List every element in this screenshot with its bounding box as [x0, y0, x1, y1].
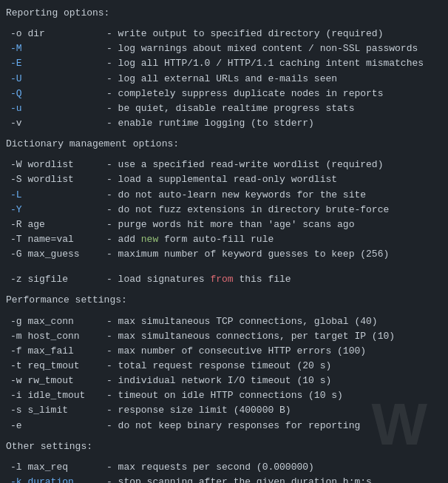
option-M: -M - log warnings about mixed content / … — [9, 41, 442, 56]
performance-header: Performance settings: — [6, 293, 442, 308]
flag-G: -G max_guess — [10, 247, 106, 262]
from-keyword: from — [210, 274, 233, 285]
flag-t: -t req_tmout — [10, 359, 106, 374]
reporting-section: Reporting options: -o dir - write output… — [6, 6, 442, 131]
desc-o: - write output to specified directory (r… — [106, 27, 442, 41]
flag-o: -o dir — [10, 27, 106, 41]
flag-Q: -Q — [10, 87, 106, 101]
flag-m: -m host_conn — [10, 329, 106, 344]
desc-R: - purge words hit more than 'age' scans … — [106, 217, 442, 232]
other-options: -l max_req - max requests per second (0.… — [6, 460, 442, 483]
option-w: -w rw_tmout - individual network I/O tim… — [9, 374, 442, 388]
performance-section: Performance settings: -g max_conn - max … — [6, 293, 442, 433]
flag-w: -w rw_tmout — [10, 374, 106, 388]
option-Y: -Y - do not fuzz extensions in directory… — [9, 203, 442, 217]
dictionary-section: Dictionary management options: -W wordli… — [6, 137, 442, 262]
reporting-options: -o dir - write output to specified direc… — [6, 27, 442, 131]
option-T: -T name=val - add new form auto-fill rul… — [9, 232, 442, 247]
desc-e: - do not keep binary responses for repor… — [106, 419, 442, 433]
desc-T: - add new form auto-fill rule — [106, 232, 442, 247]
desc-U: - log all external URLs and e-mails seen — [106, 72, 442, 87]
option-m: -m host_conn - max simultaneous connecti… — [9, 329, 442, 344]
desc-m: - max simultaneous connections, per targ… — [106, 329, 442, 344]
flag-v: -v — [10, 116, 106, 131]
desc-i: - timeout on idle HTTP connections (10 s… — [106, 388, 442, 403]
flag-z: -z sigfile — [10, 272, 106, 287]
desc-L: - do not auto-learn new keywords for the… — [106, 188, 442, 203]
option-u: -u - be quiet, disable realtime progress… — [9, 101, 442, 116]
option-i: -i idle_tmout - timeout on idle HTTP con… — [9, 388, 442, 403]
desc-v: - enable runtime logging (to stderr) — [106, 116, 442, 131]
desc-S: - load a supplemental read-only wordlist — [106, 172, 442, 187]
option-Q: -Q - completely suppress duplicate nodes… — [9, 87, 442, 101]
flag-Y: -Y — [10, 203, 106, 217]
option-S: -S wordlist - load a supplemental read-o… — [9, 172, 442, 187]
option-E: -E - log all HTTP/1.0 / HTTP/1.1 caching… — [9, 56, 442, 71]
desc-f: - max number of consecutive HTTP errors … — [106, 344, 442, 359]
desc-E: - log all HTTP/1.0 / HTTP/1.1 caching in… — [106, 56, 442, 71]
flag-k: -k duration — [10, 475, 106, 483]
option-e: -e - do not keep binary responses for re… — [9, 419, 442, 433]
option-G: -G max_guess - maximum number of keyword… — [9, 247, 442, 262]
terminal-container: Reporting options: -o dir - write output… — [6, 6, 442, 483]
flag-s: -s s_limit — [10, 403, 106, 418]
sigfile-options: -z sigfile - load signatures from this f… — [6, 272, 442, 287]
option-R: -R age - purge words hit more than 'age'… — [9, 217, 442, 232]
option-l: -l max_req - max requests per second (0.… — [9, 460, 442, 475]
flag-T: -T name=val — [10, 232, 106, 247]
desc-k: - stop scanning after the given duration… — [106, 475, 442, 483]
option-f: -f max_fail - max number of consecutive … — [9, 344, 442, 359]
desc-l: - max requests per second (0.000000) — [106, 460, 442, 475]
flag-L: -L — [10, 188, 106, 203]
desc-z: - load signatures from this file — [106, 272, 442, 287]
flag-l: -l max_req — [10, 460, 106, 475]
flag-S: -S wordlist — [10, 172, 106, 187]
other-header: Other settings: — [6, 439, 442, 454]
flag-U: -U — [10, 72, 106, 87]
performance-options: -g max_conn - max simultaneous TCP conne… — [6, 314, 442, 433]
desc-t: - total request response timeout (20 s) — [106, 359, 442, 374]
option-z: -z sigfile - load signatures from this f… — [9, 272, 442, 287]
desc-w: - individual network I/O timeout (10 s) — [106, 374, 442, 388]
option-s: -s s_limit - response size limit (400000… — [9, 403, 442, 418]
flag-f: -f max_fail — [10, 344, 106, 359]
desc-M: - log warnings about mixed content / non… — [106, 41, 442, 56]
option-g: -g max_conn - max simultaneous TCP conne… — [9, 314, 442, 329]
flag-i: -i idle_tmout — [10, 388, 106, 403]
flag-g: -g max_conn — [10, 314, 106, 329]
option-t: -t req_tmout - total request response ti… — [9, 359, 442, 374]
reporting-header: Reporting options: — [6, 6, 442, 21]
option-o: -o dir - write output to specified direc… — [9, 27, 442, 41]
desc-u: - be quiet, disable realtime progress st… — [106, 101, 442, 116]
flag-e: -e — [10, 419, 106, 433]
new-keyword: new — [141, 234, 158, 245]
desc-Q: - completely suppress duplicate nodes in… — [106, 87, 442, 101]
dictionary-options: -W wordlist - use a specified read-write… — [6, 158, 442, 262]
flag-M: -M — [10, 41, 106, 56]
desc-G: - maximum number of keyword guesses to k… — [106, 247, 442, 262]
option-L: -L - do not auto-learn new keywords for … — [9, 188, 442, 203]
desc-W: - use a specified read-write wordlist (r… — [106, 158, 442, 172]
option-U: -U - log all external URLs and e-mails s… — [9, 72, 442, 87]
flag-R: -R age — [10, 217, 106, 232]
desc-s: - response size limit (400000 B) — [106, 403, 442, 418]
option-W: -W wordlist - use a specified read-write… — [9, 158, 442, 172]
option-k: -k duration - stop scanning after the gi… — [9, 475, 442, 483]
dictionary-header: Dictionary management options: — [6, 137, 442, 152]
desc-Y: - do not fuzz extensions in directory br… — [106, 203, 442, 217]
option-v: -v - enable runtime logging (to stderr) — [9, 116, 442, 131]
desc-g: - max simultaneous TCP connections, glob… — [106, 314, 442, 329]
flag-W: -W wordlist — [10, 158, 106, 172]
other-section: Other settings: -l max_req - max request… — [6, 439, 442, 483]
flag-E: -E — [10, 56, 106, 71]
flag-u: -u — [10, 101, 106, 116]
